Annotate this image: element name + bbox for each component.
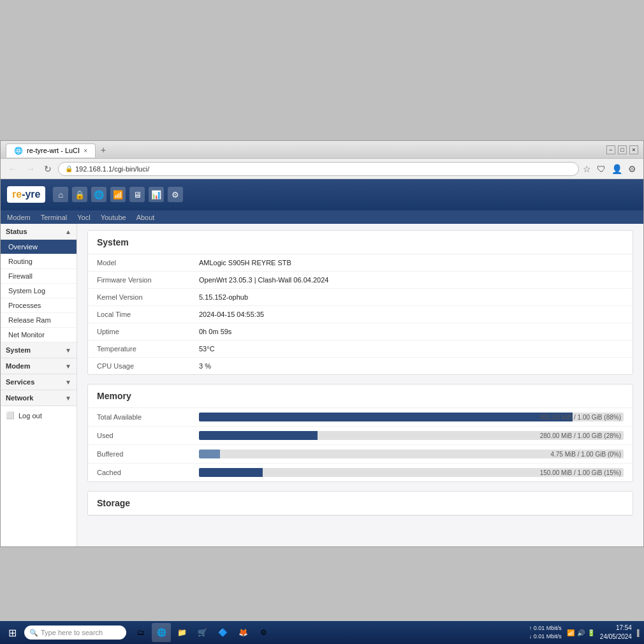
sidebar-services-label: Services <box>6 378 34 386</box>
time-display: 17:54 24/05/2024 <box>600 624 632 641</box>
browser-window: 🌐 re-tyre-wrt - LuCI × + − □ × ← → ↻ 🔒 1… <box>0 140 644 547</box>
network-stats: ↑ 0.01 Mbit/s ↓ 0.01 Mbit/s <box>529 624 562 641</box>
taskbar: ⊞ 🔍 Type here to search 🗂 🌐 📁 🛒 🔷 🦊 ⚙ ↑ … <box>0 621 644 644</box>
taskbar-search[interactable]: 🔍 Type here to search <box>24 626 126 640</box>
forward-button[interactable]: → <box>24 163 38 175</box>
bar-label-total: 900.00 MiB / 1.00 GiB (88%) <box>540 414 621 421</box>
settings-header-icon[interactable]: ⚙ <box>168 187 183 202</box>
label-localtime: Local Time <box>88 306 190 323</box>
system-collapse-icon: ▼ <box>65 347 71 354</box>
sidebar-item-processes[interactable]: Processes <box>1 298 77 313</box>
show-desktop-button[interactable]: ▌ <box>637 629 641 636</box>
window-controls: − □ × <box>606 145 638 154</box>
value-firmware: OpenWrt 23.05.3 | Clash-Wall 06.04.2024 <box>190 272 633 289</box>
url-bar[interactable]: 🔒 192.168.1.1/cgi-bin/luci/ <box>58 162 579 176</box>
sidebar-modem-header[interactable]: Modem ▼ <box>1 358 77 374</box>
table-row: Used 280.00 MiB / 1.00 GiB (28%) <box>88 427 633 445</box>
table-row: Temperature 53°C <box>88 340 633 358</box>
memory-title: Memory <box>88 384 633 408</box>
bookmark-icon[interactable]: ☆ <box>583 164 591 174</box>
toolbar-icons: 🛡 👤 ⚙ <box>595 163 638 175</box>
date: 24/05/2024 <box>600 633 632 641</box>
tab-close-button[interactable]: × <box>84 147 87 154</box>
new-tab-button[interactable]: + <box>96 142 111 157</box>
label-uptime: Uptime <box>88 323 190 340</box>
active-tab[interactable]: 🌐 re-tyre-wrt - LuCI × <box>6 143 96 157</box>
system-table: Model AMLogic S905H REYRE STB Firmware V… <box>88 254 633 374</box>
sidebar-item-net-monitor[interactable]: Net Monitor <box>1 328 77 342</box>
search-icon: 🔍 <box>29 629 38 637</box>
sidebar-network-header[interactable]: Network ▼ <box>1 390 77 406</box>
sidebar-network-label: Network <box>6 394 33 402</box>
wifi-icon[interactable]: 📶 <box>110 187 126 202</box>
bar-label-used: 280.00 MiB / 1.00 GiB (28%) <box>540 432 621 439</box>
nav-youtube[interactable]: Youtube <box>101 214 126 221</box>
close-button[interactable]: × <box>629 145 638 154</box>
home-icon[interactable]: ⌂ <box>53 187 68 202</box>
label-kernel: Kernel Version <box>88 289 190 306</box>
taskbar-app-settings[interactable]: ⚙ <box>254 623 273 642</box>
title-bar: 🌐 re-tyre-wrt - LuCI × + − □ × <box>1 141 643 159</box>
sidebar-services-header[interactable]: Services ▼ <box>1 374 77 390</box>
sidebar-item-system-log[interactable]: System Log <box>1 284 77 298</box>
app-header: re-yre ⌂ 🔒 🌐 📶 🖥 📊 ⚙ <box>1 179 643 210</box>
taskbar-app-edge[interactable]: 🔷 <box>213 623 232 642</box>
taskbar-app-store[interactable]: 🛒 <box>193 623 212 642</box>
start-button[interactable]: ⊞ <box>3 623 22 642</box>
nav-yocl[interactable]: Yocl <box>77 214 90 221</box>
sidebar-item-firewall[interactable]: Firewall <box>1 269 77 284</box>
monitor-icon[interactable]: 🖥 <box>129 187 145 202</box>
sidebar-section-modem: Modem ▼ <box>1 358 77 374</box>
bar-label-cached: 150.00 MiB / 1.00 GiB (15%) <box>540 469 621 476</box>
bar-row-cached: 150.00 MiB / 1.00 GiB (15%) <box>199 468 624 477</box>
taskbar-app-browser[interactable]: 🌐 <box>152 623 171 642</box>
profile-icon[interactable]: 👤 <box>610 163 623 175</box>
logout-button[interactable]: ⬜ Log out <box>1 406 77 425</box>
sidebar-status-header[interactable]: Status ▲ <box>1 224 77 240</box>
tab-favicon: 🌐 <box>14 147 23 155</box>
refresh-button[interactable]: ↻ <box>41 163 54 175</box>
bar-fill-total <box>199 413 573 421</box>
taskbar-apps: 🗂 🌐 📁 🛒 🔷 🦊 ⚙ <box>131 623 273 642</box>
sidebar-section-network: Network ▼ <box>1 390 77 406</box>
sidebar-system-header[interactable]: System ▼ <box>1 342 77 358</box>
table-row: Uptime 0h 0m 59s <box>88 323 633 340</box>
sidebar-item-overview[interactable]: Overview <box>1 240 77 254</box>
value-buffered: 4.75 MiB / 1.00 GiB (0%) <box>190 445 633 464</box>
sidebar-item-release-ram[interactable]: Release Ram <box>1 313 77 328</box>
taskbar-app-firefox[interactable]: 🦊 <box>233 623 252 642</box>
sidebar-system-label: System <box>6 346 31 354</box>
value-used: 280.00 MiB / 1.00 GiB (28%) <box>190 427 633 445</box>
nav-terminal[interactable]: Terminal <box>41 214 68 221</box>
back-button[interactable]: ← <box>6 163 20 175</box>
chart-icon[interactable]: 📊 <box>149 187 164 202</box>
url-text: 192.168.1.1/cgi-bin/luci/ <box>75 165 572 173</box>
status-collapse-icon: ▲ <box>65 228 71 235</box>
settings-icon[interactable]: ⚙ <box>626 163 638 175</box>
taskbar-right: ↑ 0.01 Mbit/s ↓ 0.01 Mbit/s 📶 🔊 🔋 17:54 … <box>529 624 641 641</box>
minimize-button[interactable]: − <box>606 145 615 154</box>
lock-header-icon[interactable]: 🔒 <box>72 187 87 202</box>
nav-modem[interactable]: Modem <box>7 214 31 221</box>
tray-battery-icon: 🔋 <box>587 629 595 636</box>
desktop-background <box>0 0 644 140</box>
table-row: CPU Usage 3 % <box>88 358 633 375</box>
table-row: Firmware Version OpenWrt 23.05.3 | Clash… <box>88 272 633 289</box>
value-cached: 150.00 MiB / 1.00 GiB (15%) <box>190 464 633 482</box>
network-up: ↑ 0.01 Mbit/s <box>529 624 562 633</box>
services-collapse-icon: ▼ <box>65 379 71 386</box>
bar-total: 900.00 MiB / 1.00 GiB (88%) <box>199 413 624 421</box>
nav-about[interactable]: About <box>136 214 155 221</box>
label-total: Total Available <box>88 408 190 427</box>
globe-icon[interactable]: 🌐 <box>91 187 106 202</box>
modem-collapse-icon: ▼ <box>65 363 71 370</box>
maximize-button[interactable]: □ <box>618 145 627 154</box>
header-icons: ⌂ 🔒 🌐 📶 🖥 📊 ⚙ <box>53 187 183 202</box>
value-total: 900.00 MiB / 1.00 GiB (88%) <box>190 408 633 427</box>
bar-row-used: 280.00 MiB / 1.00 GiB (28%) <box>199 431 624 440</box>
taskbar-app-files[interactable]: 🗂 <box>131 623 150 642</box>
taskbar-app-folder[interactable]: 📁 <box>172 623 191 642</box>
sidebar-item-routing[interactable]: Routing <box>1 254 77 269</box>
sidebar-section-system: System ▼ <box>1 342 77 358</box>
label-buffered: Buffered <box>88 445 190 464</box>
